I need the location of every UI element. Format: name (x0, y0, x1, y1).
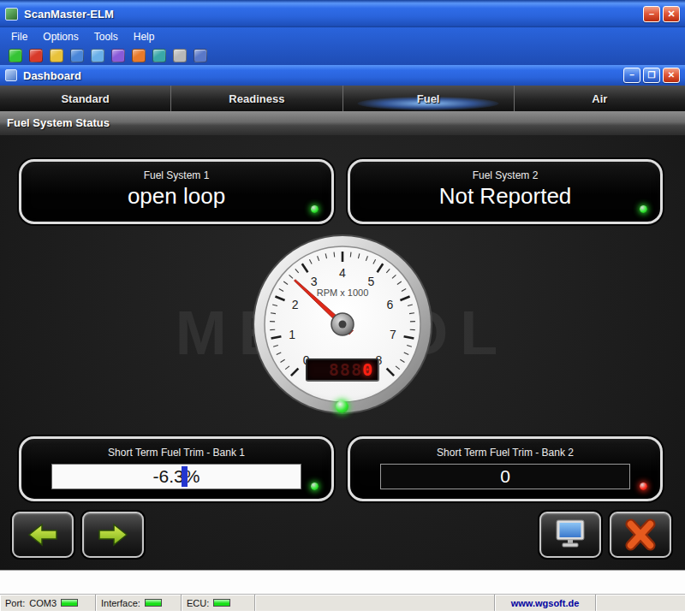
stft-bank-2-label: Short Term Fuel Trim - Bank 2 (350, 447, 660, 459)
statusbar: Port: COM3 Interface: ECU: www.wgsoft.de (0, 594, 685, 611)
connect-icon[interactable] (9, 49, 22, 62)
svg-text:2: 2 (292, 298, 299, 311)
stft-bank-1-field[interactable]: -6.3% (51, 464, 301, 489)
statusbar-end-spacer (596, 595, 685, 611)
menu-tools[interactable]: Tools (86, 27, 126, 46)
fuel-system-2-panel: Fuel System 2 Not Reported (348, 159, 663, 224)
interface-status-led (145, 599, 162, 607)
stft-bank-2-led (640, 483, 647, 490)
statusbar-interface-section: Interface: (96, 595, 182, 611)
fuel-system-1-value: open loop (21, 183, 331, 210)
red-x-icon (622, 518, 659, 551)
dashboard-window-icon (5, 69, 17, 81)
statusbar-ecu-section: ECU: (182, 595, 255, 611)
window-lower-band (0, 570, 685, 594)
right-arrow-icon (97, 523, 129, 547)
app-titlebar: ScanMaster-ELM – ✕ (0, 0, 685, 27)
disconnect-icon[interactable] (29, 49, 43, 62)
menu-file[interactable]: File (3, 27, 35, 46)
rpm-gauge-dial: RPM x 1000 012345678 (251, 233, 434, 416)
gauge-status-led (336, 400, 348, 413)
port-status-led (61, 599, 78, 607)
save-icon[interactable] (70, 49, 84, 62)
stft-bank-2-field[interactable]: 0 (380, 464, 630, 489)
graph-icon[interactable] (152, 49, 166, 62)
app-icon (5, 8, 18, 21)
rpm-gauge: RPM x 1000 012345678 8880 (251, 233, 434, 416)
rpm-digital-display: 8880 (306, 358, 379, 382)
menu-options[interactable]: Options (35, 27, 86, 46)
section-header: Fuel System Status (0, 111, 685, 135)
text-cursor (182, 466, 188, 487)
dashboard-maximize-button[interactable]: ❐ (643, 68, 660, 83)
next-page-button[interactable] (82, 512, 144, 558)
help-icon[interactable] (194, 49, 207, 62)
minimize-button[interactable]: – (643, 6, 660, 22)
codes-icon[interactable] (132, 49, 146, 62)
open-icon[interactable] (50, 49, 63, 62)
port-label: Port: (5, 598, 25, 608)
gauge-unit-label: RPM x 1000 (317, 287, 369, 298)
stft-bank-2-panel: Short Term Fuel Trim - Bank 2 0 (348, 436, 663, 501)
website-link[interactable]: www.wgsoft.de (511, 598, 580, 608)
interface-label: Interface: (101, 598, 140, 608)
previous-page-button[interactable] (12, 512, 74, 558)
stft-bank-1-label: Short Term Fuel Trim - Bank 1 (21, 447, 331, 459)
dashboard-title: Dashboard (23, 69, 621, 82)
exit-dashboard-button[interactable] (610, 512, 671, 558)
tab-air[interactable]: Air (514, 86, 685, 111)
app-title: ScanMaster-ELM (24, 8, 640, 21)
statusbar-spacer (255, 595, 495, 611)
digital-value: 0 (362, 359, 373, 380)
svg-text:7: 7 (390, 328, 396, 341)
fuel-system-2-value: Not Reported (350, 183, 660, 210)
dashboard-titlebar: Dashboard – ❐ ✕ (0, 65, 685, 86)
settings-icon[interactable] (173, 49, 187, 62)
svg-text:3: 3 (311, 275, 318, 288)
monitor-icon (551, 518, 589, 551)
statusbar-website-section: www.wgsoft.de (495, 595, 596, 611)
svg-text:4: 4 (339, 266, 346, 280)
ecu-status-led (213, 599, 230, 607)
fuel-system-2-led (640, 205, 647, 213)
tabbar: Standard Readiness Fuel Air (0, 86, 685, 111)
digital-ghost-digits: 888 (329, 359, 362, 380)
svg-text:6: 6 (387, 298, 394, 311)
toolbar (0, 46, 685, 65)
stft-bank-1-panel: Short Term Fuel Trim - Bank 1 -6.3% (19, 436, 334, 501)
stft-bank-1-led (311, 483, 319, 490)
fuel-system-2-label: Fuel System 2 (350, 169, 660, 181)
svg-text:1: 1 (289, 328, 295, 341)
stft-bank-1-value: -6.3% (153, 466, 200, 486)
dashboard-content: METOOL Fuel System 1 open loop Fuel Syst… (0, 135, 685, 570)
fuel-system-1-panel: Fuel System 1 open loop (19, 159, 334, 224)
fuel-system-1-label: Fuel System 1 (21, 169, 331, 181)
dashboard-close-button[interactable]: ✕ (663, 68, 680, 83)
tab-standard[interactable]: Standard (0, 86, 170, 111)
dashboard-minimize-button[interactable]: – (623, 68, 640, 83)
stft-bank-2-value: 0 (500, 466, 510, 486)
svg-text:5: 5 (367, 275, 374, 288)
tab-readiness[interactable]: Readiness (170, 86, 342, 111)
monitor-view-button[interactable] (539, 512, 601, 558)
statusbar-port-section: Port: COM3 (0, 595, 96, 611)
left-arrow-icon (27, 523, 59, 547)
close-button[interactable]: ✕ (663, 6, 680, 22)
menu-help[interactable]: Help (126, 27, 163, 46)
menubar: File Options Tools Help (0, 27, 685, 46)
port-value: COM3 (29, 598, 57, 608)
ecu-label: ECU: (187, 598, 209, 608)
tab-fuel[interactable]: Fuel (342, 86, 514, 111)
fuel-system-1-led (311, 205, 319, 213)
dashboard-icon[interactable] (111, 49, 125, 62)
monitor-icon[interactable] (91, 49, 104, 62)
